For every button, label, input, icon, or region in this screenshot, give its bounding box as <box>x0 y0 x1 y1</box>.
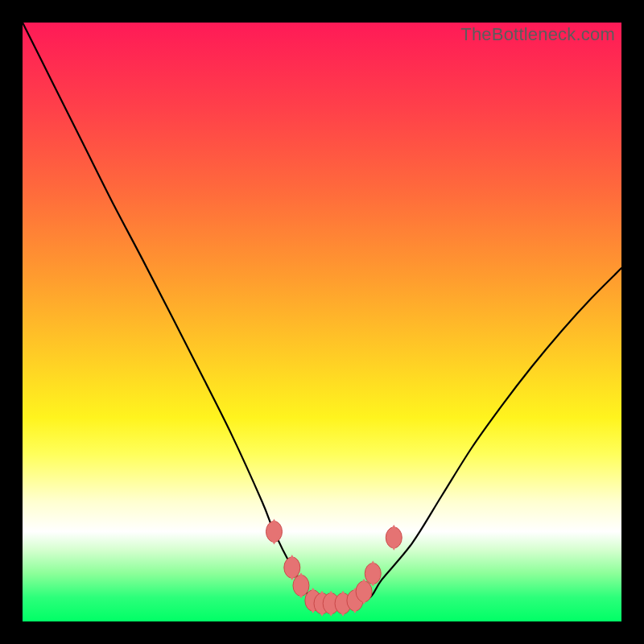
svg-point-0 <box>266 521 282 542</box>
svg-point-10 <box>386 527 402 548</box>
marker-layer <box>266 518 402 616</box>
curve-marker <box>266 518 282 544</box>
svg-point-9 <box>365 563 381 584</box>
chart-svg <box>23 23 621 621</box>
curve-layer <box>23 23 621 604</box>
chart-frame: TheBottleneck.com <box>0 0 644 644</box>
svg-point-1 <box>284 557 300 578</box>
curve-marker <box>386 525 402 551</box>
attribution-label: TheBottleneck.com <box>460 24 615 45</box>
svg-point-8 <box>356 581 372 602</box>
bottleneck-curve-path <box>23 23 621 604</box>
svg-point-2 <box>293 575 309 596</box>
